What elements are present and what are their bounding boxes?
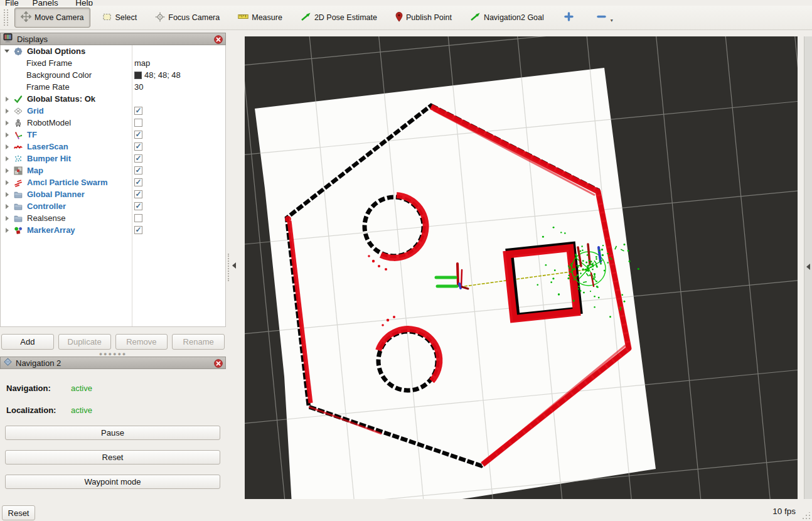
color-swatch[interactable] xyxy=(134,72,142,79)
display-checkbox[interactable]: ✓ xyxy=(134,166,142,175)
tool-publish-point[interactable]: Publish Point xyxy=(389,8,458,28)
pause-button[interactable]: Pause xyxy=(5,426,220,440)
remove-display-button[interactable]: Remove xyxy=(115,334,168,350)
status-label: Navigation: xyxy=(6,384,71,393)
display-checkbox[interactable]: ✓ xyxy=(134,142,142,151)
display-row-markerarray[interactable]: MarkerArray ✓ xyxy=(1,224,225,236)
folder-icon xyxy=(13,190,23,199)
expander-icon[interactable] xyxy=(3,156,11,161)
display-checkbox[interactable]: ✓ xyxy=(134,190,142,198)
toolbar-drag-handle[interactable] xyxy=(4,9,8,26)
measure-icon xyxy=(238,13,248,23)
status-value: active xyxy=(71,406,92,415)
display-row-amcl-particle-swarm[interactable]: Amcl Particle Swarm ✓ xyxy=(1,176,225,188)
status-value: active xyxy=(71,384,92,393)
menu-file[interactable]: File xyxy=(5,0,19,6)
tf-icon xyxy=(13,131,23,139)
tool-2d-pose-estimate[interactable]: 2D Pose Estimate xyxy=(294,8,383,27)
displays-panel-header[interactable]: Displays xyxy=(0,33,226,45)
display-checkbox[interactable]: ✓ xyxy=(134,131,142,139)
rviz-window: File Panels Help Move Camera Select Focu… xyxy=(0,0,812,521)
marker-array-icon xyxy=(13,226,23,235)
property-row-frame-rate[interactable]: Frame Rate 30 xyxy=(1,81,225,93)
property-value[interactable]: map xyxy=(134,58,150,68)
display-checkbox[interactable]: ✓ xyxy=(134,202,142,210)
menu-panels[interactable]: Panels xyxy=(32,0,58,6)
property-row-background-color[interactable]: Background Color 48; 48; 48 xyxy=(1,69,225,81)
display-checkbox[interactable]: ✓ xyxy=(134,107,142,115)
menu-help[interactable]: Help xyxy=(75,0,93,6)
expander-icon[interactable] xyxy=(3,192,11,197)
property-value[interactable]: 30 xyxy=(134,82,143,92)
display-checkbox[interactable] xyxy=(134,214,142,222)
expander-icon[interactable] xyxy=(3,168,11,173)
folder-icon xyxy=(13,202,23,211)
select-icon xyxy=(102,12,112,24)
navigation2-panel-header[interactable]: Navigation 2 xyxy=(0,357,226,369)
toolbar: Move Camera Select Focus Camera Measure … xyxy=(0,6,812,30)
expander-icon[interactable] xyxy=(3,180,11,185)
remove-tool-button[interactable]: ▾ xyxy=(592,8,617,27)
expander-icon[interactable] xyxy=(3,109,11,114)
display-row-global-planner[interactable]: Global Planner ✓ xyxy=(1,188,225,200)
occupancy-map xyxy=(255,68,656,499)
display-checkbox[interactable]: ✓ xyxy=(134,226,142,234)
display-row-global-status-ok[interactable]: Global Status: Ok xyxy=(1,93,225,105)
display-row-bumper-hit[interactable]: Bumper Hit ✓ xyxy=(1,153,225,164)
render-scene xyxy=(245,36,798,499)
left-splitter[interactable] xyxy=(226,33,245,499)
expander-icon[interactable] xyxy=(3,50,11,53)
tool-select[interactable]: Select xyxy=(96,8,144,28)
expander-icon[interactable] xyxy=(3,204,11,209)
tool-focus-camera[interactable]: Focus Camera xyxy=(149,8,226,28)
menubar: File Panels Help xyxy=(0,0,812,6)
splitter-grip[interactable] xyxy=(228,254,230,281)
duplicate-display-button[interactable]: Duplicate xyxy=(58,334,111,350)
navigation2-close-button[interactable] xyxy=(214,359,223,368)
bumper-icon xyxy=(13,154,23,163)
display-row-tf[interactable]: TF ✓ xyxy=(1,129,225,141)
collapse-left-panel-icon[interactable] xyxy=(232,262,236,269)
tool-move-camera[interactable]: Move Camera xyxy=(14,8,90,28)
green-arrow-icon xyxy=(470,12,481,23)
focus-icon xyxy=(155,12,165,24)
display-row-global-options[interactable]: Global Options xyxy=(1,45,225,57)
reset-button[interactable]: Reset xyxy=(2,505,35,520)
display-row-realsense[interactable]: Realsense xyxy=(1,212,225,224)
displays-close-button[interactable] xyxy=(214,35,223,44)
property-row-fixed-frame[interactable]: Fixed Frame map xyxy=(1,57,225,69)
right-splitter[interactable] xyxy=(804,36,812,499)
display-checkbox[interactable] xyxy=(134,119,142,127)
display-row-grid[interactable]: Grid ✓ xyxy=(1,105,225,117)
display-row-laserscan[interactable]: LaserScan ✓ xyxy=(1,141,225,153)
laserscan-icon xyxy=(13,142,23,151)
reset-button[interactable]: Reset xyxy=(5,450,220,465)
statusbar: Reset 10 fps xyxy=(0,499,812,521)
expander-icon[interactable] xyxy=(3,216,11,221)
folder-icon xyxy=(13,214,23,223)
display-row-map[interactable]: Map ✓ xyxy=(1,164,225,176)
fps-counter: 10 fps xyxy=(772,507,796,516)
waypoint-mode-button[interactable]: Waypoint mode xyxy=(5,475,220,489)
expander-icon[interactable] xyxy=(3,144,11,149)
tool-measure[interactable]: Measure xyxy=(232,9,289,26)
add-tool-button[interactable] xyxy=(560,8,578,27)
display-row-controller[interactable]: Controller ✓ xyxy=(1,200,225,212)
expander-icon[interactable] xyxy=(3,132,11,137)
tool-navigation2-goal[interactable]: Navigation2 Goal xyxy=(464,8,550,27)
green-arrow-icon xyxy=(301,12,311,23)
expander-icon[interactable] xyxy=(3,228,11,233)
move-icon xyxy=(21,11,31,24)
rename-display-button[interactable]: Rename xyxy=(172,334,225,350)
expander-icon[interactable] xyxy=(3,121,11,126)
expander-icon[interactable] xyxy=(3,97,11,102)
display-row-robotmodel[interactable]: RobotModel xyxy=(1,117,225,129)
window-resize-grip[interactable] xyxy=(802,512,811,520)
display-checkbox[interactable]: ✓ xyxy=(134,178,142,186)
add-display-button[interactable]: Add xyxy=(1,334,54,350)
collapse-right-panel-icon[interactable] xyxy=(806,264,810,270)
property-value[interactable]: 48; 48; 48 xyxy=(144,70,181,80)
3d-viewport[interactable] xyxy=(245,36,798,499)
display-checkbox[interactable]: ✓ xyxy=(134,154,142,163)
display-actions: AddDuplicateRemoveRename xyxy=(0,334,226,350)
